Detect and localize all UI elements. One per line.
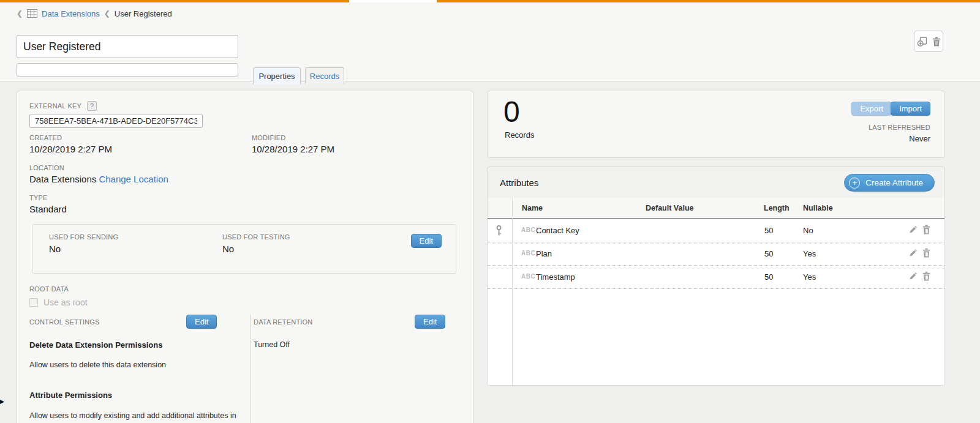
column-header-length: Length: [764, 204, 790, 212]
data-extension-table-icon: [27, 9, 37, 18]
attributes-header: Attributes + Create Attribute: [488, 167, 944, 198]
data-retention-label: DATA RETENTION: [254, 318, 313, 326]
attribute-name: Timestamp: [536, 272, 575, 282]
external-key-label: EXTERNAL KEY: [29, 102, 81, 110]
delete-permissions-title: Delete Data Extension Permissions: [29, 340, 162, 350]
root-data-label: ROOT DATA: [29, 285, 69, 293]
used-for-testing-value: No: [222, 244, 234, 254]
delete-permissions-desc: Allow users to delete this data extensio…: [29, 361, 166, 369]
created-value: 10/28/2019 2:27 PM: [29, 144, 112, 154]
column-header-nullable: Nullable: [803, 204, 833, 212]
used-for-testing-label: USED FOR TESTING: [222, 233, 290, 241]
attribute-permissions-title: Attribute Permissions: [29, 391, 112, 400]
attribute-permissions-desc: Allow users to modify existing and add a…: [29, 411, 236, 420]
attribute-name: Plan: [536, 249, 552, 258]
records-summary-panel: 0 Records Export Import LAST REFRESHED N…: [487, 91, 945, 158]
text-type-icon: ABC: [521, 250, 535, 256]
location-label: LOCATION: [29, 164, 64, 171]
type-label: TYPE: [29, 194, 48, 201]
text-type-icon: ABC: [521, 273, 535, 280]
table-row: ABC Contact Key 50 No: [488, 219, 944, 242]
last-refreshed-label: LAST REFRESHED: [869, 124, 930, 131]
use-as-root-row: Use as root: [29, 298, 88, 307]
used-for-sending-value: No: [49, 244, 61, 254]
attribute-name: Contact Key: [536, 226, 579, 235]
tab-properties[interactable]: Properties: [253, 67, 301, 84]
attributes-table-header: Name Default Value Length Nullable: [488, 198, 944, 219]
import-button[interactable]: Import: [891, 102, 930, 116]
tab-records[interactable]: Records: [305, 67, 344, 84]
attribute-length: 50: [764, 249, 773, 258]
column-header-name: Name: [522, 204, 543, 212]
modified-label: MODIFIED: [252, 134, 285, 141]
table-row: ABC Plan 50 Yes: [488, 242, 944, 266]
delete-attribute-trash-icon[interactable]: [922, 248, 930, 258]
export-button[interactable]: Export: [851, 102, 892, 116]
edit-attribute-pencil-icon[interactable]: [908, 249, 918, 258]
attributes-table-body: ABC Contact Key 50 No: [488, 219, 944, 386]
data-extension-properties-page: ❮ Data Extensions ❮ User Registered: [0, 0, 980, 423]
attribute-length: 50: [764, 272, 773, 282]
attributes-panel: Attributes + Create Attribute Name Defau…: [487, 167, 945, 386]
breadcrumb-data-extensions-link[interactable]: Data Extensions: [42, 9, 100, 18]
page-header: ❮ Data Extensions ❮ User Registered: [0, 2, 980, 81]
create-attribute-button[interactable]: + Create Attribute: [844, 174, 935, 192]
records-count: 0: [503, 95, 520, 129]
external-key-input[interactable]: [29, 114, 203, 128]
delete-attribute-trash-icon[interactable]: [922, 271, 930, 281]
last-refreshed-value: Never: [909, 134, 930, 143]
attribute-nullable: Yes: [803, 249, 816, 258]
primary-key-icon: [496, 225, 502, 236]
edit-sending-button[interactable]: Edit: [411, 234, 442, 248]
breadcrumb-separator-icon: ❮: [104, 9, 110, 18]
created-label: CREATED: [29, 134, 62, 141]
extension-name-input[interactable]: [17, 35, 238, 58]
attribute-nullable: No: [803, 226, 813, 235]
used-for-sending-label: USED FOR SENDING: [49, 233, 118, 241]
breadcrumb: ❮ Data Extensions ❮ User Registered: [17, 7, 172, 20]
delete-extension-trash-icon[interactable]: [932, 37, 941, 47]
extension-description-input[interactable]: [17, 63, 238, 77]
change-location-link[interactable]: Change Location: [99, 174, 168, 184]
header-action-group: [914, 31, 943, 52]
data-retention-value: Turned Off: [254, 340, 290, 349]
edit-data-retention-button[interactable]: Edit: [415, 315, 445, 329]
help-icon[interactable]: ?: [87, 101, 97, 111]
create-attribute-label: Create Attribute: [865, 178, 923, 187]
edit-control-settings-button[interactable]: Edit: [186, 315, 217, 329]
location-folder: Data Extensions: [29, 174, 96, 184]
table-row: ABC Timestamp 50 Yes: [488, 266, 944, 289]
records-count-label: Records: [505, 130, 534, 140]
plus-icon: +: [849, 178, 860, 189]
back-chevron-icon[interactable]: ❮: [17, 9, 23, 18]
breadcrumb-current: User Registered: [115, 9, 172, 18]
text-type-icon: ABC: [521, 226, 535, 233]
cursor-arrow-icon: ▶: [0, 395, 4, 408]
edit-attribute-pencil-icon[interactable]: [908, 272, 918, 281]
use-as-root-label: Use as root: [43, 298, 88, 307]
location-value: Data Extensions Change Location: [29, 174, 168, 184]
sending-settings-box: USED FOR SENDING No USED FOR TESTING No …: [32, 224, 456, 274]
column-header-default-value: Default Value: [646, 204, 694, 212]
edit-attribute-pencil-icon[interactable]: [908, 225, 918, 234]
use-as-root-checkbox[interactable]: [29, 298, 38, 307]
delete-attribute-trash-icon[interactable]: [922, 225, 930, 234]
properties-panel: EXTERNAL KEY ? CREATED 10/28/2019 2:27 P…: [17, 91, 473, 423]
column-divider: [250, 314, 251, 423]
primary-key-gutter-divider: [512, 198, 513, 386]
attributes-title: Attributes: [500, 178, 538, 188]
copy-move-icon[interactable]: [917, 37, 927, 47]
type-value: Standard: [29, 204, 67, 214]
attribute-nullable: Yes: [803, 272, 816, 282]
attribute-length: 50: [764, 226, 773, 235]
modified-value: 10/28/2019 2:27 PM: [252, 144, 334, 154]
control-settings-label: CONTROL SETTINGS: [29, 318, 100, 326]
